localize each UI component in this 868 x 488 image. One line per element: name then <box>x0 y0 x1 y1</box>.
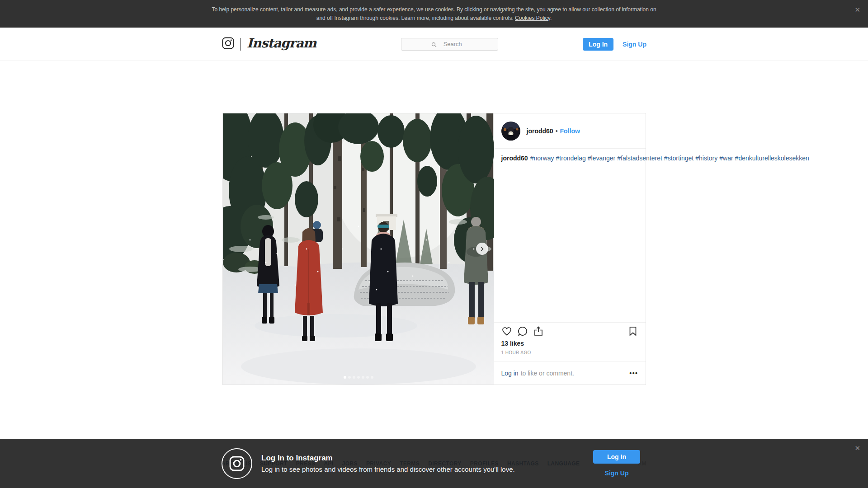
post-panel: jorodd60 • Follow jorodd60#norway#tronde… <box>494 113 646 385</box>
save-button[interactable] <box>627 326 638 337</box>
post-timestamp: 1 HOUR AGO <box>501 350 638 355</box>
hashtag-link[interactable]: #war <box>719 155 733 162</box>
bookmark-icon <box>627 326 638 337</box>
post-card: jorodd60 • Follow jorodd60#norway#tronde… <box>222 113 646 385</box>
carousel-dot[interactable] <box>362 376 364 379</box>
login-bottom-bar: Log In to Instagram Log in to see photos… <box>0 439 868 488</box>
hashtag-link[interactable]: #levanger <box>588 155 616 162</box>
hashtag-link[interactable]: #trondelag <box>556 155 586 162</box>
caption-username[interactable]: jorodd60 <box>501 155 528 162</box>
cookie-banner-close-icon[interactable]: ✕ <box>854 6 860 13</box>
search-input[interactable] <box>401 38 498 51</box>
login-bar-subtitle: Log in to see photos and videos from fri… <box>261 465 515 473</box>
page-footer: ABOUT US SUPPORT PRESS API JOBS PRIVACY … <box>0 439 868 488</box>
comment-button[interactable] <box>517 326 528 337</box>
header-signup-link[interactable]: Sign Up <box>623 41 646 48</box>
hashtag-link[interactable]: #denkulturelleskolesekken <box>735 155 809 162</box>
post-caption: jorodd60#norway#trondelag#levanger#falst… <box>494 149 646 322</box>
carousel-dot[interactable] <box>357 376 360 379</box>
carousel-dot[interactable] <box>344 376 346 379</box>
cookie-banner: To help personalize content, tailor and … <box>0 0 868 28</box>
chevron-right-icon <box>479 246 485 252</box>
likes-count[interactable]: 13 likes <box>501 340 638 347</box>
hashtag-link[interactable]: #norway <box>530 155 554 162</box>
logo-divider <box>241 38 241 51</box>
footer-login-button[interactable]: Log In <box>593 450 640 464</box>
hashtag-link[interactable]: #history <box>695 155 717 162</box>
carousel-dots <box>223 376 494 379</box>
avatar-image <box>501 122 520 141</box>
follow-link[interactable]: Follow <box>560 127 580 135</box>
login-bar-title: Log In to Instagram <box>261 454 515 463</box>
heart-icon <box>501 326 512 337</box>
share-icon <box>533 326 544 337</box>
search-box <box>401 38 498 51</box>
comment-login-row: Log in to like or comment. ••• <box>494 361 646 385</box>
post-header: jorodd60 • Follow <box>494 113 646 149</box>
share-button[interactable] <box>533 326 544 337</box>
more-options-icon[interactable]: ••• <box>629 370 638 377</box>
cookie-message-period: . <box>550 15 552 21</box>
comment-icon <box>517 326 528 337</box>
avatar[interactable] <box>501 122 520 141</box>
post-actions-section: 13 likes 1 HOUR AGO <box>494 322 646 361</box>
carousel-next-button[interactable] <box>476 243 488 255</box>
top-nav: Instagram Log In Sign Up <box>0 28 868 61</box>
comment-login-suffix: to like or comment. <box>521 370 574 377</box>
login-bar-close-icon[interactable]: ✕ <box>854 444 860 452</box>
cookie-banner-text: To help personalize content, tailor and … <box>212 5 657 22</box>
carousel-dot[interactable] <box>371 376 373 379</box>
cookie-message: To help personalize content, tailor and … <box>212 6 656 21</box>
instagram-logo[interactable]: Instagram <box>222 36 316 52</box>
like-button[interactable] <box>501 326 512 337</box>
hashtag-link[interactable]: #stortinget <box>664 155 693 162</box>
carousel-dot[interactable] <box>353 376 355 379</box>
instagram-wordmark: Instagram <box>247 36 316 52</box>
footer-signup-link[interactable]: Sign Up <box>605 469 629 477</box>
header-login-button[interactable]: Log In <box>583 38 613 51</box>
post-username-link[interactable]: jorodd60 <box>527 127 553 135</box>
carousel-dot[interactable] <box>348 376 351 379</box>
comment-login-link[interactable]: Log in <box>501 370 519 377</box>
hashtag-link[interactable]: #falstadsenteret <box>617 155 662 162</box>
main-content: jorodd60 • Follow jorodd60#norway#tronde… <box>0 61 868 385</box>
carousel-dot[interactable] <box>366 376 369 379</box>
cookies-policy-link[interactable]: Cookies Policy <box>515 15 550 21</box>
post-image[interactable] <box>223 113 494 385</box>
photo-scene-snowy-forest <box>223 113 494 385</box>
instagram-camera-icon <box>222 37 235 52</box>
username-follow-separator: • <box>556 127 558 135</box>
instagram-circle-icon <box>222 448 252 479</box>
